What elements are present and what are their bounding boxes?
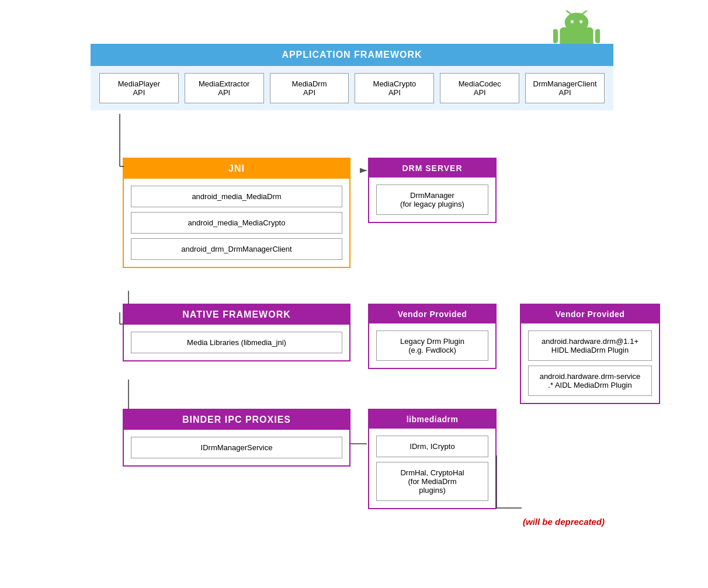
libmediadrm-body: IDrm, ICrypto DrmHal, CryptoHal(for Medi… [369, 429, 495, 508]
app-framework-header: APPLICATION FRAMEWORK [91, 44, 613, 66]
deprecated-text: (will be deprecated) [523, 517, 605, 527]
svg-line-5 [582, 11, 588, 14]
vendor-right-item-1: android.hardware.drm-service.* AIDL Medi… [528, 366, 652, 396]
svg-rect-6 [553, 29, 558, 43]
app-framework-body: MediaPlayerAPI MediaExtractorAPI MediaDr… [91, 66, 613, 110]
vendor-right-header: Vendor Provided [521, 305, 659, 323]
binder-body: IDrmManagerService [124, 430, 349, 465]
drm-server-section: DRM SERVER DrmManager(for legacy plugins… [368, 158, 497, 223]
svg-point-3 [579, 20, 582, 23]
libmediadrm-item-0: IDrm, ICrypto [376, 436, 488, 457]
libmediadrm-item-1: DrmHal, CryptoHal(for MediaDrmplugins) [376, 462, 488, 501]
jni-item-2: android_drm_DrmManagerClient [131, 238, 342, 260]
native-fw-item-0: Media Libraries (libmedia_jni) [131, 332, 342, 353]
binder-item-0: IDrmManagerService [131, 437, 342, 458]
libmediadrm-header: libmediadrm [369, 410, 495, 429]
svg-line-4 [565, 11, 571, 14]
vendor-left-header: Vendor Provided [369, 305, 495, 323]
vendor-left-item-0: Legacy Drm Plugin(e.g. Fwdlock) [376, 330, 488, 361]
binder-ipc-section: BINDER IPC PROXIES IDrmManagerService [123, 409, 350, 467]
binder-header: BINDER IPC PROXIES [124, 410, 349, 430]
jni-header: JNI [124, 159, 349, 179]
vendor-left-section: Vendor Provided Legacy Drm Plugin(e.g. F… [368, 304, 497, 369]
jni-body: android_media_MediaDrm android_media_Med… [124, 179, 349, 267]
jni-item-1: android_media_MediaCrypto [131, 212, 342, 234]
api-box-mediaplayer: MediaPlayerAPI [99, 73, 179, 103]
svg-point-1 [565, 13, 589, 32]
native-fw-body: Media Libraries (libmedia_jni) [124, 325, 349, 360]
svg-point-2 [571, 20, 574, 23]
api-box-mediaextractor: MediaExtractorAPI [185, 73, 264, 103]
app-framework-section: APPLICATION FRAMEWORK MediaPlayerAPI Med… [91, 44, 613, 110]
vendor-right-body: android.hardware.drm@1.1+HIDL MediaDrm P… [521, 323, 659, 403]
api-box-mediacrypto: MediaCryptoAPI [355, 73, 434, 103]
drm-server-body: DrmManager(for legacy plugins) [369, 178, 495, 222]
drm-server-header: DRM SERVER [369, 159, 495, 178]
drm-server-item-0: DrmManager(for legacy plugins) [376, 185, 488, 215]
vendor-left-body: Legacy Drm Plugin(e.g. Fwdlock) [369, 323, 495, 368]
jni-item-0: android_media_MediaDrm [131, 186, 342, 207]
vendor-right-item-0: android.hardware.drm@1.1+HIDL MediaDrm P… [528, 330, 652, 361]
api-box-mediacodec: MediaCodecAPI [440, 73, 519, 103]
jni-section: JNI android_media_MediaDrm android_media… [123, 158, 350, 268]
libmediadrm-section: libmediadrm IDrm, ICrypto DrmHal, Crypto… [368, 409, 497, 509]
native-framework-section: NATIVE FRAMEWORK Media Libraries (libmed… [123, 304, 350, 361]
diagram-container: APPLICATION FRAMEWORK MediaPlayerAPI Med… [0, 0, 708, 588]
native-fw-header: NATIVE FRAMEWORK [124, 305, 349, 325]
api-box-drmmanagerclient: DrmManagerClientAPI [525, 73, 605, 103]
vendor-right-section: Vendor Provided android.hardware.drm@1.1… [520, 304, 660, 404]
api-box-mediadrm: MediaDrmAPI [270, 73, 349, 103]
svg-rect-7 [595, 29, 600, 43]
